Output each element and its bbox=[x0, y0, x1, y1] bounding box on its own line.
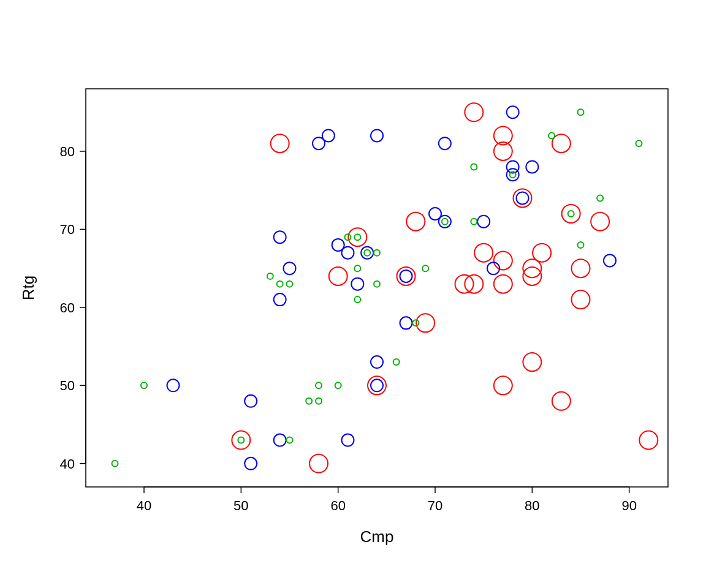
x-tick-label: 90 bbox=[621, 498, 636, 513]
data-point-green bbox=[578, 109, 584, 115]
data-point-red bbox=[639, 431, 658, 450]
data-point-blue bbox=[342, 434, 354, 447]
data-point-green bbox=[141, 382, 147, 388]
y-tick-label: 60 bbox=[60, 300, 75, 315]
x-tick-label: 70 bbox=[428, 498, 442, 513]
y-tick-label: 40 bbox=[60, 456, 75, 472]
data-point-green bbox=[316, 382, 322, 388]
x-axis-label: Cmp bbox=[360, 527, 394, 546]
data-point-green bbox=[422, 265, 428, 271]
data-point-blue bbox=[245, 458, 257, 470]
data-point-blue bbox=[507, 168, 519, 181]
data-point-blue bbox=[517, 192, 529, 204]
scatter-chart: 4050607080904050607080CmpRtg bbox=[0, 0, 706, 588]
data-point-red bbox=[494, 376, 512, 394]
data-point-red bbox=[572, 259, 590, 277]
data-point-green bbox=[471, 219, 477, 225]
data-point-red bbox=[474, 244, 493, 262]
x-tick-label: 80 bbox=[525, 498, 539, 513]
data-point-red bbox=[562, 205, 580, 223]
data-point-red bbox=[406, 213, 425, 231]
data-point-red bbox=[465, 103, 483, 121]
data-point-blue bbox=[526, 160, 538, 173]
plot-frame bbox=[86, 89, 668, 487]
data-point-blue bbox=[322, 129, 335, 141]
data-point-blue bbox=[477, 216, 490, 228]
data-point-blue bbox=[371, 129, 383, 141]
data-point-red bbox=[329, 267, 347, 285]
data-point-green bbox=[287, 281, 293, 287]
data-point-green bbox=[393, 359, 400, 365]
data-point-green bbox=[597, 195, 603, 201]
data-point-red bbox=[494, 275, 512, 293]
data-point-blue bbox=[361, 247, 373, 259]
data-point-red bbox=[232, 431, 250, 450]
data-point-red bbox=[572, 290, 590, 309]
data-point-blue bbox=[439, 137, 451, 149]
data-point-red bbox=[533, 244, 551, 262]
x-tick-label: 50 bbox=[233, 498, 248, 513]
data-point-blue bbox=[342, 247, 354, 259]
data-point-blue bbox=[604, 254, 616, 266]
data-point-blue bbox=[507, 106, 519, 118]
data-point-green bbox=[364, 250, 370, 256]
data-point-green bbox=[112, 461, 118, 467]
data-point-green bbox=[238, 437, 244, 443]
data-point-green bbox=[354, 296, 360, 303]
data-point-green bbox=[316, 398, 322, 404]
data-point-green bbox=[548, 132, 555, 138]
data-point-red bbox=[494, 251, 512, 270]
data-point-red bbox=[271, 134, 289, 153]
data-point-blue bbox=[167, 379, 180, 391]
data-point-green bbox=[354, 265, 360, 271]
data-point-blue bbox=[400, 317, 412, 329]
data-point-green bbox=[578, 242, 584, 248]
data-point-blue bbox=[400, 270, 412, 282]
data-point-red bbox=[309, 454, 328, 473]
data-point-blue bbox=[439, 216, 451, 228]
x-tick-label: 40 bbox=[137, 498, 151, 513]
data-point-blue bbox=[351, 278, 363, 290]
data-point-green bbox=[335, 382, 341, 388]
data-point-red bbox=[591, 213, 609, 231]
data-point-green bbox=[306, 398, 312, 404]
y-tick-label: 50 bbox=[60, 378, 75, 393]
data-point-green bbox=[287, 437, 293, 443]
data-point-blue bbox=[245, 395, 257, 407]
data-point-blue bbox=[371, 379, 383, 391]
data-point-green bbox=[636, 140, 642, 146]
data-point-blue bbox=[371, 356, 383, 368]
data-point-red bbox=[523, 353, 541, 371]
data-point-blue bbox=[274, 434, 286, 447]
x-tick-label: 60 bbox=[330, 498, 345, 513]
chart-canvas: 4050607080904050607080CmpRtg bbox=[0, 0, 706, 588]
data-point-green bbox=[374, 281, 380, 287]
y-tick-label: 80 bbox=[60, 144, 75, 159]
data-point-green bbox=[267, 273, 273, 279]
data-point-green bbox=[442, 219, 448, 225]
data-point-green bbox=[374, 250, 380, 256]
data-point-red bbox=[552, 392, 571, 410]
y-tick-label: 70 bbox=[60, 222, 75, 237]
data-point-green bbox=[354, 234, 360, 240]
data-point-blue bbox=[274, 293, 286, 306]
data-point-blue bbox=[284, 262, 296, 274]
data-point-red bbox=[523, 267, 541, 285]
data-point-blue bbox=[274, 231, 286, 243]
data-point-green bbox=[568, 211, 574, 217]
data-point-green bbox=[277, 281, 283, 287]
data-point-green bbox=[471, 164, 477, 170]
y-axis-label: Rtg bbox=[19, 276, 37, 300]
